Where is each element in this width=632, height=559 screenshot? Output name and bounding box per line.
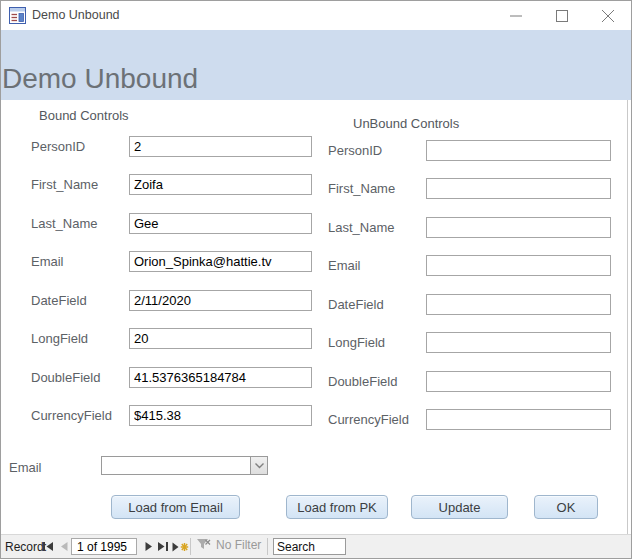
next-record-icon — [145, 542, 153, 551]
chevron-down-icon — [255, 463, 264, 469]
update-button[interactable]: Update — [411, 495, 508, 519]
last-record-icon — [157, 542, 168, 551]
ok-button[interactable]: OK — [534, 495, 598, 519]
page-title: Demo Unbound — [2, 63, 198, 95]
unbound-doublefield-input[interactable] — [426, 371, 611, 392]
bound-longfield-input[interactable] — [129, 328, 312, 349]
minimize-button[interactable] — [493, 1, 539, 30]
search-input[interactable] — [273, 538, 346, 555]
maximize-icon — [556, 10, 568, 22]
filter-status-label: No Filter — [216, 538, 261, 552]
first-record-button[interactable] — [41, 539, 56, 554]
record-position-box[interactable]: 1 of 1995 — [71, 538, 137, 555]
bound-personid-label: PersonID — [31, 139, 85, 154]
unbound-personid-input[interactable] — [426, 140, 611, 161]
bound-controls-heading: Bound Controls — [39, 108, 129, 123]
bound-datefield-label: DateField — [31, 293, 87, 308]
filter-status-button[interactable]: No Filter — [197, 538, 261, 552]
load-from-pk-button[interactable]: Load from PK — [286, 495, 388, 519]
record-navigator-bar: Record: 1 of 1995 No Filter — [1, 534, 631, 558]
close-icon — [602, 10, 614, 22]
bound-last-name-input[interactable] — [129, 213, 312, 234]
new-record-icon — [172, 542, 189, 552]
unbound-currencyfield-label: CurrencyField — [328, 412, 409, 427]
separator — [267, 538, 268, 555]
form-header-band: Demo Unbound — [1, 30, 631, 100]
email-combo-label: Email — [9, 460, 42, 475]
load-from-email-button[interactable]: Load from Email — [111, 495, 240, 519]
no-filter-icon — [197, 539, 211, 551]
bound-longfield-label: LongField — [31, 331, 88, 346]
email-combo-dropdown-button[interactable] — [250, 457, 267, 474]
access-window: Demo Unbound Demo Unbound Bound Controls… — [0, 0, 632, 559]
unbound-email-label: Email — [328, 258, 361, 273]
previous-record-icon — [60, 542, 68, 551]
unbound-last-name-input[interactable] — [426, 217, 611, 238]
minimize-icon — [510, 10, 522, 22]
bound-first-name-input[interactable] — [129, 174, 312, 195]
unbound-email-input[interactable] — [426, 255, 611, 276]
unbound-currencyfield-input[interactable] — [426, 409, 611, 430]
close-button[interactable] — [585, 1, 631, 30]
separator — [190, 538, 191, 555]
window-controls — [493, 1, 631, 30]
unbound-longfield-label: LongField — [328, 335, 385, 350]
bound-personid-input[interactable] — [129, 136, 312, 157]
new-record-button[interactable] — [171, 539, 190, 554]
unbound-datefield-label: DateField — [328, 297, 384, 312]
bound-last-name-label: Last_Name — [31, 216, 97, 231]
unbound-controls-heading: UnBound Controls — [353, 116, 459, 131]
unbound-doublefield-label: DoubleField — [328, 374, 397, 389]
bound-currencyfield-label: CurrencyField — [31, 408, 112, 423]
form-edge-divider — [627, 100, 628, 534]
bound-email-label: Email — [31, 254, 64, 269]
unbound-datefield-input[interactable] — [426, 294, 611, 315]
email-combo-input[interactable] — [102, 457, 250, 474]
bound-doublefield-input[interactable] — [129, 367, 312, 388]
email-combo-box — [101, 456, 268, 475]
first-record-icon — [43, 542, 54, 551]
maximize-button[interactable] — [539, 1, 585, 30]
unbound-first-name-label: First_Name — [328, 181, 395, 196]
last-record-button[interactable] — [155, 539, 170, 554]
previous-record-button[interactable] — [56, 539, 71, 554]
form-icon — [9, 7, 26, 24]
title-bar: Demo Unbound — [1, 1, 631, 30]
bound-doublefield-label: DoubleField — [31, 370, 100, 385]
next-record-button[interactable] — [141, 539, 156, 554]
bound-email-input[interactable] — [129, 251, 312, 272]
window-title: Demo Unbound — [32, 8, 120, 22]
unbound-longfield-input[interactable] — [426, 332, 611, 353]
bound-currencyfield-input[interactable] — [129, 405, 312, 426]
unbound-first-name-input[interactable] — [426, 178, 611, 199]
bound-first-name-label: First_Name — [31, 177, 98, 192]
unbound-personid-label: PersonID — [328, 143, 382, 158]
bound-datefield-input[interactable] — [129, 290, 312, 311]
unbound-last-name-label: Last_Name — [328, 220, 394, 235]
